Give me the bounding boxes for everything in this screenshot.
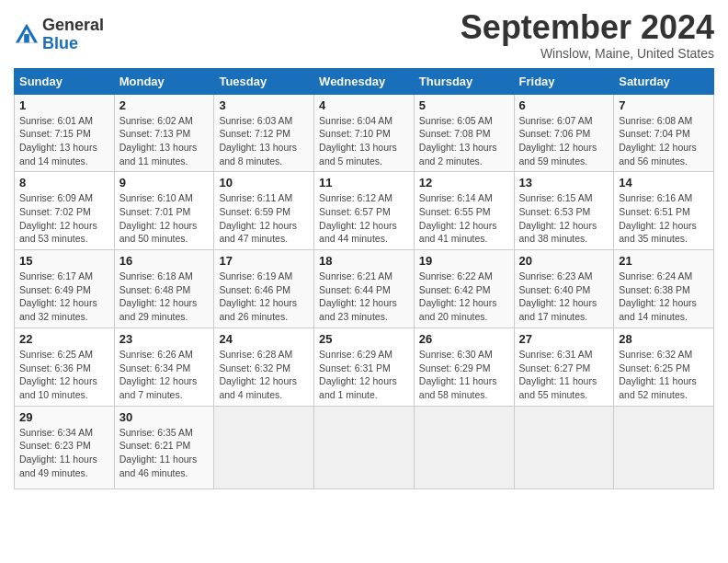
day-number: 10: [219, 176, 309, 190]
day-number: 22: [19, 332, 109, 346]
day-number: 19: [419, 254, 509, 268]
day-number: 24: [219, 332, 309, 346]
logo: General Blue: [14, 17, 104, 53]
weekday-header-saturday: Saturday: [614, 68, 714, 94]
calendar-week-row: 15 Sunrise: 6:17 AMSunset: 6:49 PMDaylig…: [15, 250, 714, 328]
calendar-cell: 18 Sunrise: 6:21 AMSunset: 6:44 PMDaylig…: [314, 250, 415, 328]
calendar-week-row: 1 Sunrise: 6:01 AMSunset: 7:15 PMDayligh…: [15, 94, 714, 172]
calendar-cell: 30 Sunrise: 6:35 AMSunset: 6:21 PMDaylig…: [114, 406, 214, 488]
day-number: 14: [619, 176, 709, 190]
page-header: General Blue September 2024 Winslow, Mai…: [14, 9, 714, 61]
day-number: 20: [519, 254, 609, 268]
day-info: Sunrise: 6:35 AMSunset: 6:21 PMDaylight:…: [119, 427, 198, 478]
day-info: Sunrise: 6:18 AMSunset: 6:48 PMDaylight:…: [119, 270, 198, 322]
day-info: Sunrise: 6:19 AMSunset: 6:46 PMDaylight:…: [219, 270, 297, 322]
calendar-cell: 17 Sunrise: 6:19 AMSunset: 6:46 PMDaylig…: [214, 250, 314, 328]
calendar-cell: 1 Sunrise: 6:01 AMSunset: 7:15 PMDayligh…: [15, 94, 115, 172]
calendar-cell: 25 Sunrise: 6:29 AMSunset: 6:31 PMDaylig…: [314, 327, 415, 406]
calendar-cell: 23 Sunrise: 6:26 AMSunset: 6:34 PMDaylig…: [114, 327, 214, 406]
weekday-header-tuesday: Tuesday: [214, 68, 314, 94]
day-number: 30: [119, 410, 210, 424]
calendar-cell: 26 Sunrise: 6:30 AMSunset: 6:29 PMDaylig…: [414, 327, 514, 406]
calendar-cell: 5 Sunrise: 6:05 AMSunset: 7:08 PMDayligh…: [414, 94, 514, 172]
logo-blue-text: Blue: [42, 35, 104, 53]
weekday-header-monday: Monday: [114, 68, 214, 94]
month-title: September 2024: [461, 9, 714, 46]
calendar-cell: 15 Sunrise: 6:17 AMSunset: 6:49 PMDaylig…: [15, 250, 115, 328]
day-info: Sunrise: 6:14 AMSunset: 6:55 PMDaylight:…: [419, 192, 497, 244]
day-number: 23: [119, 332, 210, 346]
day-info: Sunrise: 6:23 AMSunset: 6:40 PMDaylight:…: [519, 270, 597, 322]
calendar-cell: 9 Sunrise: 6:10 AMSunset: 7:01 PMDayligh…: [114, 172, 214, 250]
day-info: Sunrise: 6:21 AMSunset: 6:44 PMDaylight:…: [319, 270, 397, 322]
day-info: Sunrise: 6:24 AMSunset: 6:38 PMDaylight:…: [619, 270, 697, 322]
day-info: Sunrise: 6:10 AMSunset: 7:01 PMDaylight:…: [119, 192, 198, 244]
day-info: Sunrise: 6:29 AMSunset: 6:31 PMDaylight:…: [319, 349, 397, 400]
day-number: 3: [219, 98, 309, 112]
weekday-header-wednesday: Wednesday: [314, 68, 415, 94]
day-number: 25: [319, 332, 409, 346]
calendar-cell: [414, 406, 514, 488]
day-info: Sunrise: 6:16 AMSunset: 6:51 PMDaylight:…: [619, 192, 697, 244]
day-info: Sunrise: 6:25 AMSunset: 6:36 PMDaylight:…: [19, 349, 97, 400]
calendar-cell: 11 Sunrise: 6:12 AMSunset: 6:57 PMDaylig…: [314, 172, 415, 250]
day-number: 17: [219, 254, 309, 268]
day-number: 27: [519, 332, 609, 346]
day-info: Sunrise: 6:28 AMSunset: 6:32 PMDaylight:…: [219, 349, 297, 400]
day-info: Sunrise: 6:17 AMSunset: 6:49 PMDaylight:…: [19, 270, 97, 322]
calendar-week-row: 29 Sunrise: 6:34 AMSunset: 6:23 PMDaylig…: [15, 406, 714, 488]
day-number: 11: [319, 176, 409, 190]
logo-text: General Blue: [42, 17, 104, 53]
calendar-cell: [214, 406, 314, 488]
day-number: 15: [19, 254, 109, 268]
day-number: 1: [19, 98, 109, 112]
day-info: Sunrise: 6:31 AMSunset: 6:27 PMDaylight:…: [519, 349, 597, 400]
day-number: 12: [419, 176, 509, 190]
calendar-cell: 14 Sunrise: 6:16 AMSunset: 6:51 PMDaylig…: [614, 172, 714, 250]
day-info: Sunrise: 6:34 AMSunset: 6:23 PMDaylight:…: [19, 427, 97, 478]
calendar-cell: 21 Sunrise: 6:24 AMSunset: 6:38 PMDaylig…: [614, 250, 714, 328]
calendar-cell: 22 Sunrise: 6:25 AMSunset: 6:36 PMDaylig…: [15, 327, 115, 406]
calendar-cell: 8 Sunrise: 6:09 AMSunset: 7:02 PMDayligh…: [15, 172, 115, 250]
day-number: 13: [519, 176, 609, 190]
day-number: 21: [619, 254, 709, 268]
title-area: September 2024 Winslow, Maine, United St…: [461, 9, 714, 61]
calendar-cell: 16 Sunrise: 6:18 AMSunset: 6:48 PMDaylig…: [114, 250, 214, 328]
day-info: Sunrise: 6:30 AMSunset: 6:29 PMDaylight:…: [419, 349, 497, 400]
day-info: Sunrise: 6:08 AMSunset: 7:04 PMDaylight:…: [619, 115, 697, 167]
calendar-cell: 2 Sunrise: 6:02 AMSunset: 7:13 PMDayligh…: [114, 94, 214, 172]
day-number: 7: [619, 98, 709, 112]
day-info: Sunrise: 6:11 AMSunset: 6:59 PMDaylight:…: [219, 192, 297, 244]
calendar-table: SundayMondayTuesdayWednesdayThursdayFrid…: [14, 68, 714, 489]
weekday-header-row: SundayMondayTuesdayWednesdayThursdayFrid…: [15, 68, 714, 94]
calendar-cell: 29 Sunrise: 6:34 AMSunset: 6:23 PMDaylig…: [15, 406, 115, 488]
day-number: 4: [319, 98, 409, 112]
calendar-cell: 13 Sunrise: 6:15 AMSunset: 6:53 PMDaylig…: [514, 172, 614, 250]
day-number: 28: [619, 332, 709, 346]
logo-general-text: General: [42, 17, 104, 35]
calendar-cell: 27 Sunrise: 6:31 AMSunset: 6:27 PMDaylig…: [514, 327, 614, 406]
day-info: Sunrise: 6:09 AMSunset: 7:02 PMDaylight:…: [19, 192, 97, 244]
calendar-week-row: 22 Sunrise: 6:25 AMSunset: 6:36 PMDaylig…: [15, 327, 714, 406]
calendar-cell: 3 Sunrise: 6:03 AMSunset: 7:12 PMDayligh…: [214, 94, 314, 172]
weekday-header-sunday: Sunday: [15, 68, 115, 94]
logo-icon: [14, 22, 40, 48]
svg-rect-2: [24, 34, 29, 42]
day-info: Sunrise: 6:01 AMSunset: 7:15 PMDaylight:…: [19, 115, 97, 167]
weekday-header-friday: Friday: [514, 68, 614, 94]
calendar-cell: 12 Sunrise: 6:14 AMSunset: 6:55 PMDaylig…: [414, 172, 514, 250]
day-number: 29: [19, 410, 109, 424]
calendar-cell: 4 Sunrise: 6:04 AMSunset: 7:10 PMDayligh…: [314, 94, 415, 172]
calendar-cell: 28 Sunrise: 6:32 AMSunset: 6:25 PMDaylig…: [614, 327, 714, 406]
day-info: Sunrise: 6:26 AMSunset: 6:34 PMDaylight:…: [119, 349, 198, 400]
calendar-cell: 6 Sunrise: 6:07 AMSunset: 7:06 PMDayligh…: [514, 94, 614, 172]
calendar-week-row: 8 Sunrise: 6:09 AMSunset: 7:02 PMDayligh…: [15, 172, 714, 250]
day-number: 2: [119, 98, 210, 112]
day-info: Sunrise: 6:03 AMSunset: 7:12 PMDaylight:…: [219, 115, 297, 167]
calendar-cell: [314, 406, 415, 488]
day-info: Sunrise: 6:15 AMSunset: 6:53 PMDaylight:…: [519, 192, 597, 244]
day-info: Sunrise: 6:04 AMSunset: 7:10 PMDaylight:…: [319, 115, 397, 167]
calendar-cell: [514, 406, 614, 488]
day-info: Sunrise: 6:05 AMSunset: 7:08 PMDaylight:…: [419, 115, 497, 167]
day-info: Sunrise: 6:02 AMSunset: 7:13 PMDaylight:…: [119, 115, 198, 167]
